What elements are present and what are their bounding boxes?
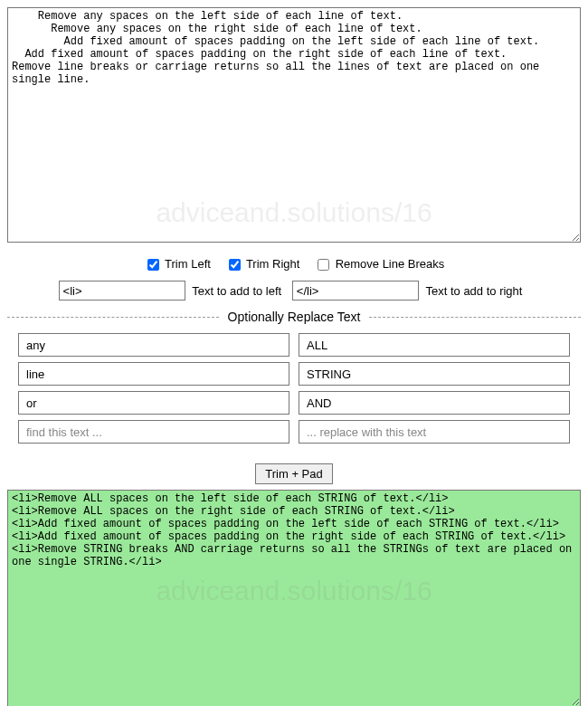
trim-right-checkbox[interactable] — [229, 259, 241, 271]
find-input-4[interactable] — [18, 420, 289, 444]
replace-row — [18, 420, 570, 444]
replace-divider: Optionally Replace Text — [7, 310, 581, 324]
pad-left-label: Text to add to left — [192, 284, 281, 298]
replace-input-1[interactable] — [299, 333, 570, 357]
output-area[interactable]: <li>Remove ALL spaces on the left side o… — [7, 490, 581, 706]
trim-left-label: Trim Left — [144, 257, 214, 271]
replace-input-2[interactable] — [299, 362, 570, 386]
button-row: Trim + Pad — [7, 463, 581, 484]
trim-pad-button[interactable]: Trim + Pad — [255, 463, 332, 484]
trim-left-checkbox[interactable] — [147, 259, 159, 271]
find-input-2[interactable] — [18, 362, 289, 386]
options-row: Trim Left Trim Right Remove Line Breaks — [7, 256, 581, 273]
find-input-1[interactable] — [18, 333, 289, 357]
replace-heading: Optionally Replace Text — [219, 310, 370, 324]
trim-right-label: Trim Right — [225, 257, 303, 271]
remove-breaks-text: Remove Line Breaks — [336, 257, 445, 271]
replace-input-4[interactable] — [299, 420, 570, 444]
replace-row — [18, 391, 570, 415]
trim-right-text: Trim Right — [246, 257, 299, 271]
input-textarea[interactable] — [7, 7, 581, 243]
replace-row — [18, 333, 570, 357]
divider-line-left — [7, 317, 219, 318]
trim-left-text: Trim Left — [165, 257, 211, 271]
replace-input-3[interactable] — [299, 391, 570, 415]
remove-breaks-checkbox[interactable] — [318, 259, 329, 271]
pad-left-input[interactable] — [59, 281, 185, 301]
replace-row — [18, 362, 570, 386]
remove-breaks-label: Remove Line Breaks — [314, 257, 444, 271]
find-input-3[interactable] — [18, 391, 289, 415]
divider-line-right — [369, 317, 581, 318]
pad-right-input[interactable] — [292, 281, 419, 301]
pad-right-label: Text to add to right — [425, 284, 522, 298]
pad-row: Text to add to left Text to add to right — [7, 281, 581, 301]
replace-grid — [18, 333, 570, 444]
